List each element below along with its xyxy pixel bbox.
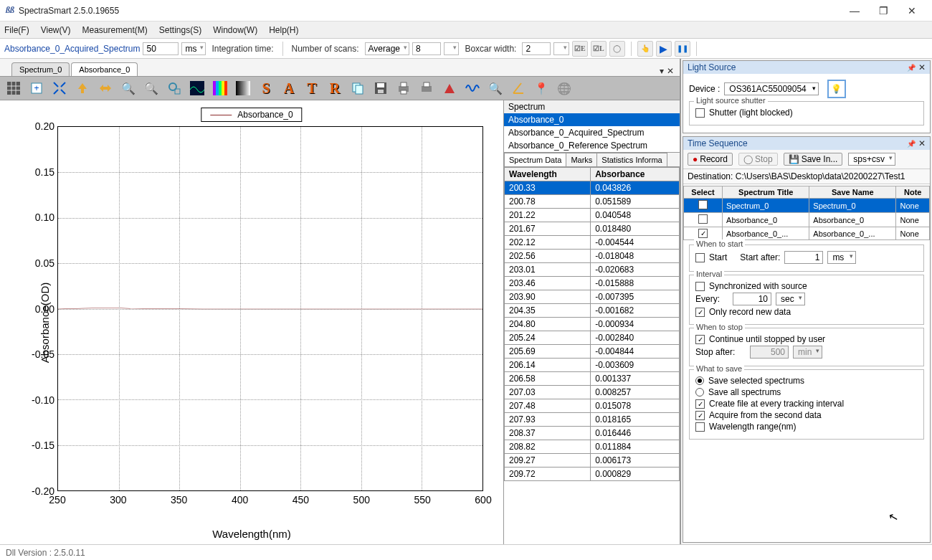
toggle-l-button[interactable]: ☑L — [591, 41, 607, 57]
tab-statistics[interactable]: Statistics Informa — [596, 153, 667, 166]
start-after-value[interactable] — [784, 251, 823, 264]
menu-view[interactable]: View(V) — [41, 25, 71, 35]
boxcar-value[interactable] — [522, 42, 551, 55]
menu-file[interactable]: File(F) — [4, 25, 29, 35]
record-button[interactable]: ●Record — [688, 153, 733, 166]
ts-row[interactable]: ✓Absorbance_0_...Absorbance_0_...None — [684, 227, 930, 240]
up-arrow-icon[interactable] — [72, 78, 93, 98]
average-select[interactable]: Average — [365, 42, 409, 55]
every-unit-select[interactable]: sec — [776, 293, 805, 305]
toggle-c-button[interactable]: ◯ — [609, 41, 625, 57]
integration-unit-select[interactable]: ms — [181, 42, 206, 55]
data-row[interactable]: 207.480.015078 — [505, 399, 680, 413]
wave-icon[interactable] — [462, 78, 483, 98]
close-button[interactable]: ✕ — [898, 1, 926, 21]
t-letter-icon[interactable]: T — [301, 78, 323, 98]
minimize-button[interactable]: — — [840, 1, 869, 21]
data-row[interactable]: 206.14-0.003609 — [505, 359, 680, 372]
pin-icon[interactable]: 📌 — [907, 140, 916, 148]
start-checkbox[interactable] — [695, 253, 705, 262]
data-row[interactable]: 200.780.051589 — [505, 195, 680, 209]
zoom-rect-icon[interactable] — [163, 78, 185, 98]
ts-spectrum-table[interactable]: Select Spectrum Title Save Name Note Spe… — [683, 186, 930, 240]
menu-settings[interactable]: Settings(S) — [159, 25, 201, 35]
peak-icon[interactable] — [439, 78, 460, 98]
spectrum-link[interactable]: Absorbance_0_Acquired_Spectrum — [4, 44, 140, 54]
spectrum-list-item[interactable]: Absorbance_0 — [504, 113, 680, 126]
zoom-in-icon[interactable]: 🔍 — [118, 78, 139, 98]
menu-window[interactable]: Window(W) — [213, 25, 257, 35]
tab-dropdown-icon[interactable]: ▾ — [660, 66, 664, 76]
pause-button[interactable]: ❚❚ — [675, 41, 690, 57]
lr-arrow-icon[interactable] — [95, 78, 116, 98]
data-row[interactable]: 209.720.000829 — [505, 468, 680, 481]
continue-checkbox[interactable]: ✓ — [695, 335, 705, 344]
panel-close-icon[interactable]: ✕ — [918, 138, 926, 148]
spectrum-list[interactable]: Spectrum Absorbance_0Absorbance_0_Acquir… — [504, 100, 680, 153]
data-row[interactable]: 203.01-0.020683 — [505, 263, 680, 277]
boxcar-unit[interactable] — [553, 42, 569, 55]
menu-measurement[interactable]: Measurement(M) — [82, 25, 147, 35]
data-row[interactable]: 205.69-0.004844 — [505, 345, 680, 359]
toggle-e-button[interactable]: ☑E — [572, 41, 588, 57]
search-icon[interactable]: 🔍 — [485, 78, 506, 98]
only-new-checkbox[interactable]: ✓ — [695, 308, 705, 317]
rainbow-icon[interactable] — [209, 78, 231, 98]
spectrum-list-item[interactable]: Absorbance_0_Reference Spectrum — [504, 139, 680, 152]
save-icon[interactable] — [370, 78, 391, 98]
gray-icon[interactable] — [232, 78, 254, 98]
ts-row[interactable]: Spectrum_0Spectrum_0None — [684, 199, 930, 213]
data-row[interactable]: 207.030.008257 — [505, 386, 680, 399]
tab-close-icon[interactable]: ✕ — [667, 66, 674, 76]
s-letter-icon[interactable]: S — [255, 78, 277, 98]
tab-marks[interactable]: Marks — [566, 153, 597, 166]
save-in-button[interactable]: 💾Save In... — [784, 153, 843, 166]
data-row[interactable]: 208.370.016446 — [505, 427, 680, 440]
globe-icon[interactable]: 🌐 — [553, 78, 575, 98]
data-row[interactable]: 206.580.001337 — [505, 372, 680, 386]
scans-unit[interactable] — [444, 42, 459, 55]
device-select[interactable]: OS361AC55009054 — [724, 82, 818, 95]
data-row[interactable]: 200.330.043826 — [505, 181, 680, 195]
menu-help[interactable]: Help(H) — [269, 25, 298, 35]
copy-icon[interactable] — [347, 78, 368, 98]
tab-absorbance-0[interactable]: Absorbance_0 — [71, 62, 138, 76]
bulb-icon[interactable]: 💡 — [827, 80, 846, 98]
data-row[interactable]: 207.930.018165 — [505, 413, 680, 427]
col-wavelength[interactable]: Wavelength — [505, 168, 591, 181]
print2-icon[interactable] — [416, 78, 437, 98]
sync-checkbox[interactable] — [695, 282, 705, 291]
data-table[interactable]: Wavelength Absorbance 200.330.043826200.… — [504, 167, 680, 544]
plot-box[interactable] — [57, 126, 483, 491]
pin-icon[interactable]: 📍 — [531, 78, 552, 98]
data-row[interactable]: 202.56-0.018048 — [505, 250, 680, 263]
grid-icon[interactable] — [3, 78, 24, 98]
data-row[interactable]: 201.220.040548 — [505, 209, 680, 222]
angle-icon[interactable] — [508, 78, 529, 98]
wl-range-checkbox[interactable] — [695, 422, 705, 432]
spectrum-list-item[interactable]: Absorbance_0_Acquired_Spectrum — [504, 126, 680, 139]
every-value[interactable] — [733, 293, 771, 305]
add-icon[interactable]: + — [26, 78, 47, 98]
tab-spectrum-0[interactable]: Spectrum_0 — [11, 62, 70, 76]
save-selected-radio[interactable] — [695, 376, 704, 385]
save-all-radio[interactable] — [695, 388, 704, 397]
maximize-button[interactable]: ❐ — [869, 1, 898, 21]
ts-row[interactable]: Absorbance_0Absorbance_0None — [684, 213, 930, 227]
scans-value[interactable] — [412, 42, 441, 55]
pointer-tool-icon[interactable]: 👆 — [637, 41, 653, 57]
data-row[interactable]: 205.24-0.002840 — [505, 331, 680, 345]
zoom-out-icon[interactable]: 🔍 — [141, 78, 162, 98]
data-row[interactable]: 204.80-0.000934 — [505, 318, 680, 331]
data-row[interactable]: 203.46-0.015888 — [505, 277, 680, 290]
shutter-checkbox[interactable] — [695, 108, 705, 118]
play-button[interactable]: ▶ — [656, 41, 672, 57]
acquire-second-checkbox[interactable]: ✓ — [695, 411, 705, 420]
create-file-checkbox[interactable]: ✓ — [695, 399, 705, 409]
print-icon[interactable] — [393, 78, 414, 98]
data-row[interactable]: 202.12-0.004544 — [505, 236, 680, 250]
fit-icon[interactable] — [49, 78, 70, 98]
col-absorbance[interactable]: Absorbance — [591, 168, 680, 181]
tab-spectrum-data[interactable]: Spectrum Data — [504, 153, 566, 166]
data-row[interactable]: 208.820.011884 — [505, 440, 680, 454]
